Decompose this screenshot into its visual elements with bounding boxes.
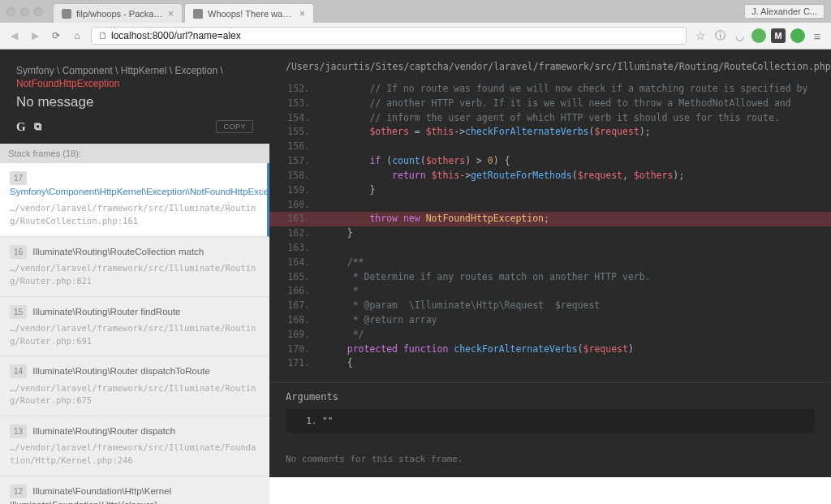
line-number: 164.	[286, 256, 325, 270]
close-tab-icon[interactable]: ×	[168, 8, 174, 19]
copy-button[interactable]: COPY	[216, 120, 253, 133]
line-number: 163.	[286, 241, 325, 256]
stack-frame[interactable]: 13 Illuminate\Routing\Router dispatch…/v…	[0, 416, 269, 476]
frame-path: …/vendor/laravel/framework/src/Illuminat…	[10, 442, 260, 467]
code-line: 158. return $this->getRouteForMethods($r…	[269, 169, 831, 183]
line-number: 171.	[286, 356, 325, 371]
frame-title: Illuminate\Routing\Router findRoute	[32, 307, 180, 317]
code-content: // If no route was found we will now che…	[325, 82, 807, 97]
frame-path: …/vendor/laravel/framework/src/Illuminat…	[10, 202, 257, 228]
code-content: $others = $this->checkForAlternateVerbs(…	[325, 125, 651, 140]
favicon-icon	[193, 9, 203, 19]
stack-frame[interactable]: 15 Illuminate\Routing\Router findRoute…/…	[0, 297, 269, 357]
code-content: return $this->getRouteForMethods($reques…	[325, 169, 684, 183]
code-line: 161. throw new NotFoundHttpException;	[269, 212, 831, 226]
code-content: * @return array	[325, 313, 437, 328]
line-number: 166.	[286, 284, 325, 299]
extension-icon[interactable]: M	[771, 28, 786, 43]
code-line: 154. // inform the user agent of which H…	[269, 111, 831, 126]
code-line: 165. * Determine if any routes match on …	[269, 270, 831, 285]
frame-title: Symfony\Component\HttpKernel\Exception\N…	[10, 187, 269, 196]
grammarly-icon[interactable]	[790, 28, 805, 43]
code-content: // inform the user agent of which HTTP v…	[325, 111, 780, 126]
code-line: 157. if (count($others) > 0) {	[269, 154, 831, 169]
arguments-list: 1. ""	[286, 409, 815, 433]
code-content: */	[325, 328, 364, 342]
extension-icon[interactable]	[751, 28, 766, 43]
address-bar: ◀ ▶ ⟳ ⌂ 🗋 localhost:8000/url?name=alex M	[0, 23, 831, 49]
code-line: 162. }	[269, 226, 831, 241]
close-tab-icon[interactable]: ×	[299, 8, 305, 19]
browser-chrome: filp/whoops - Packagist×Whoops! There wa…	[0, 0, 831, 50]
left-panel: Symfony \ Component \ HttpKernel \ Excep…	[0, 50, 269, 504]
stack-frame[interactable]: 17 Symfony\Component\HttpKernel\Exceptio…	[0, 163, 269, 237]
frame-number: 17	[10, 171, 27, 185]
frame-path: …/vendor/laravel/framework/src/Illuminat…	[10, 382, 260, 408]
forward-button[interactable]: ▶	[28, 28, 42, 43]
code-line: 171. {	[269, 356, 831, 371]
extension-icons: M	[693, 28, 825, 43]
code-line: 152. // If no route was found we will no…	[269, 82, 831, 97]
minimize-window-icon[interactable]	[20, 7, 29, 16]
close-window-icon[interactable]	[6, 7, 15, 16]
exception-message: No message	[16, 94, 253, 110]
tab-title: filp/whoops - Packagist	[76, 9, 163, 19]
browser-tab[interactable]: Whoops! There was an err×	[184, 3, 314, 23]
frame-title: Illuminate\Routing\RouteCollection match	[32, 247, 204, 256]
code-content: }	[325, 183, 375, 198]
code-content: *	[325, 284, 359, 299]
line-number: 162.	[286, 226, 325, 241]
exception-name: NotFoundHttpException	[16, 78, 253, 89]
google-search-icon[interactable]: G	[16, 120, 26, 134]
zoom-window-icon[interactable]	[34, 7, 43, 16]
argument-item: 1. ""	[295, 416, 805, 426]
code-content: if (count($others) > 0) {	[325, 154, 510, 169]
code-content: /**	[325, 256, 364, 270]
menu-icon[interactable]	[810, 28, 825, 43]
stackoverflow-search-icon[interactable]: ⧉	[34, 120, 41, 133]
stack-frame[interactable]: 16 Illuminate\Routing\RouteCollection ma…	[0, 237, 269, 297]
page-content: Symfony \ Component \ HttpKernel \ Excep…	[0, 50, 831, 504]
code-line: 160.	[269, 198, 831, 213]
url-input[interactable]: 🗋 localhost:8000/url?name=alex	[91, 27, 687, 45]
back-button[interactable]: ◀	[6, 28, 21, 43]
code-content: protected function checkForAlternateVerb…	[325, 342, 634, 357]
arguments-section: Arguments 1. ""	[269, 382, 831, 446]
info-icon[interactable]	[713, 28, 727, 43]
pocket-icon[interactable]	[732, 28, 747, 43]
reload-button[interactable]: ⟳	[49, 28, 63, 43]
code-block: 152. // If no route was found we will no…	[269, 79, 831, 382]
frame-number: 14	[10, 364, 27, 378]
frame-title: Illuminate\Foundation\Http\Kernel Illumi…	[10, 486, 171, 504]
tab-title: Whoops! There was an err	[208, 9, 295, 19]
file-path: /Users/jacurtis/Sites/captcha/vendor/lar…	[269, 50, 831, 79]
code-line: 166. *	[269, 284, 831, 299]
stack-frames-list[interactable]: 17 Symfony\Component\HttpKernel\Exceptio…	[0, 163, 269, 504]
code-line: 170. protected function checkForAlternat…	[269, 342, 831, 357]
browser-tab[interactable]: filp/whoops - Packagist×	[53, 3, 183, 23]
line-number: 154.	[286, 111, 325, 126]
profile-button[interactable]: J. Alexander C...	[744, 4, 825, 19]
code-content: // another HTTP verb. If it is we will n…	[325, 97, 791, 111]
line-number: 160.	[286, 198, 325, 213]
window-controls	[6, 7, 43, 16]
code-line: 164. /**	[269, 256, 831, 270]
bookmark-icon[interactable]	[693, 28, 708, 43]
code-line: 155. $others = $this->checkForAlternateV…	[269, 125, 831, 140]
environment-section: Environment & details: GET Dataname"alex…	[269, 477, 831, 504]
home-button[interactable]: ⌂	[70, 28, 84, 43]
code-line: 169. */	[269, 328, 831, 342]
frame-number: 12	[10, 485, 27, 498]
line-number: 159.	[286, 183, 325, 198]
code-content: * @param \Illuminate\Http\Request $reque…	[325, 299, 600, 313]
frames-header: Stack frames (18):	[0, 144, 269, 163]
line-number: 153.	[286, 97, 325, 111]
frame-number: 13	[10, 424, 27, 438]
stack-frame[interactable]: 14 Illuminate\Routing\Router dispatchToR…	[0, 356, 269, 416]
stack-frame[interactable]: 12 Illuminate\Foundation\Http\Kernel Ill…	[0, 476, 269, 504]
code-line: 159. }	[269, 183, 831, 198]
comments-section: No comments for this stack frame.	[269, 446, 831, 477]
line-number: 169.	[286, 328, 325, 342]
code-line: 167. * @param \Illuminate\Http\Request $…	[269, 299, 831, 313]
line-number: 168.	[286, 313, 325, 328]
